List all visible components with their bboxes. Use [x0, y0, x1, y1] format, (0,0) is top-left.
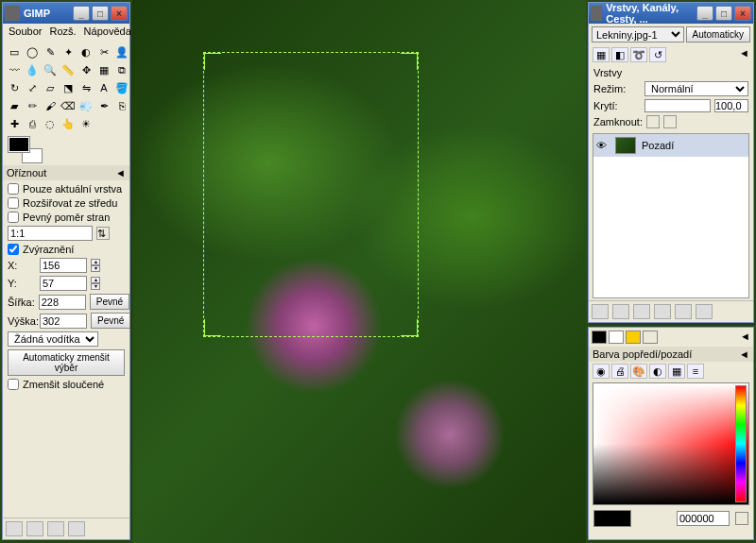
paths-tool-icon[interactable]: 〰 — [6, 61, 23, 78]
mode-select[interactable]: Normální — [644, 81, 748, 96]
blur-tool-icon[interactable]: ◌ — [42, 115, 59, 132]
perspective-clone-tool-icon[interactable]: ⎙ — [24, 115, 41, 132]
clone-tool-icon[interactable]: ⎘ — [113, 97, 130, 114]
undo-tab-icon[interactable]: ↺ — [649, 47, 666, 62]
y-spinner[interactable]: ▴▾ — [91, 277, 100, 290]
menu-help[interactable]: Nápověda — [84, 25, 131, 39]
color-select-tool-icon[interactable]: ◐ — [77, 43, 94, 60]
rect-select-tool-icon[interactable]: ▭ — [6, 43, 23, 60]
smudge-tool-icon[interactable]: 👆 — [60, 115, 77, 132]
fg-select-tool-icon[interactable]: 👤 — [113, 43, 130, 60]
fg-tab-icon[interactable] — [592, 331, 607, 344]
cmyk-icon[interactable]: 🖨 — [611, 364, 628, 379]
options-save-icon[interactable] — [6, 521, 23, 536]
x-input[interactable] — [40, 258, 87, 273]
y-input[interactable] — [40, 276, 87, 291]
dock-menu-icon[interactable]: ◄ — [739, 47, 749, 62]
crop-handle-bl[interactable] — [204, 319, 221, 336]
palette-icon[interactable]: ▦ — [668, 364, 685, 379]
rotate-tool-icon[interactable]: ↻ — [6, 79, 23, 96]
dock-menu-icon[interactable]: ◄ — [740, 331, 750, 344]
width-fixed-button[interactable]: Pevné — [90, 294, 129, 310]
hex-input[interactable] — [677, 511, 730, 526]
toolbox-titlebar[interactable]: GIMP _ □ × — [3, 3, 129, 24]
height-input[interactable] — [40, 314, 87, 329]
crop-handle-tr[interactable] — [401, 53, 418, 70]
only-layer-checkbox[interactable]: Pouze aktuální vrstva — [8, 183, 125, 195]
lock-pixels-icon[interactable] — [646, 115, 660, 128]
zoom-tool-icon[interactable]: 🔍 — [42, 61, 59, 78]
ratio-input[interactable] — [8, 226, 93, 241]
wheel-icon[interactable]: ◐ — [649, 364, 666, 379]
airbrush-tool-icon[interactable]: 💨 — [77, 97, 94, 114]
maximize-button[interactable]: □ — [92, 6, 109, 21]
fg-swatch[interactable] — [9, 137, 29, 152]
image-canvas[interactable] — [132, 0, 586, 543]
current-color-swatch[interactable] — [593, 510, 631, 527]
fuzzy-select-tool-icon[interactable]: ✦ — [60, 43, 77, 60]
lock-alpha-icon[interactable] — [663, 115, 677, 128]
shrink-merged-checkbox[interactable]: Zmenšit sloučené — [8, 379, 125, 390]
layers-titlebar[interactable]: Vrstvy, Kanály, Cesty, ... _ □ × — [589, 3, 753, 24]
scales-icon[interactable]: ≡ — [687, 364, 704, 379]
x-spinner[interactable]: ▴▾ — [91, 259, 100, 272]
brush-tab-icon[interactable] — [626, 331, 641, 344]
auto-shrink-button[interactable]: Automaticky zmenšit výběr — [8, 349, 125, 376]
paintbrush-tool-icon[interactable]: 🖌 — [42, 97, 59, 114]
perspective-tool-icon[interactable]: ⬔ — [60, 79, 77, 96]
layers-tab-icon[interactable]: ▦ — [593, 47, 610, 62]
opacity-input[interactable] — [714, 99, 748, 112]
minimize-button[interactable]: _ — [696, 6, 713, 21]
width-input[interactable] — [39, 295, 86, 310]
collapse-icon[interactable]: ◄ — [115, 167, 126, 178]
menu-ext[interactable]: Rozš. — [49, 25, 76, 39]
watercolor-icon[interactable]: 🎨 — [630, 364, 647, 379]
expand-center-checkbox[interactable]: Rozšiřovat ze středu — [8, 197, 125, 209]
dodge-tool-icon[interactable]: ☀ — [77, 115, 94, 132]
options-reset-icon[interactable] — [68, 521, 85, 536]
scissors-tool-icon[interactable]: ✂ — [95, 43, 112, 60]
bucket-fill-tool-icon[interactable]: 🪣 — [113, 79, 130, 96]
ratio-swap-icon[interactable]: ⇅ — [96, 227, 110, 240]
new-layer-icon[interactable] — [592, 304, 609, 319]
fixed-ratio-checkbox[interactable]: Pevný poměr stran — [8, 212, 125, 223]
menu-file[interactable]: Soubor — [9, 25, 42, 39]
image-select[interactable]: Lekniny.jpg-1 — [592, 26, 684, 42]
bg-tab-icon[interactable] — [609, 331, 624, 344]
duplicate-layer-icon[interactable] — [654, 304, 671, 319]
move-tool-icon[interactable]: ✥ — [77, 61, 94, 78]
ink-tool-icon[interactable]: ✒ — [95, 97, 112, 114]
channels-tab-icon[interactable]: ◧ — [611, 47, 628, 62]
fg-bg-color[interactable] — [9, 137, 43, 163]
visibility-eye-icon[interactable]: 👁 — [596, 140, 610, 151]
gimp-picker-icon[interactable]: ◉ — [593, 364, 610, 379]
crop-selection[interactable] — [203, 52, 419, 337]
flip-tool-icon[interactable]: ⇋ — [77, 79, 94, 96]
close-button[interactable]: × — [111, 6, 128, 21]
heal-tool-icon[interactable]: ✚ — [6, 115, 23, 132]
text-tool-icon[interactable]: A — [95, 79, 112, 96]
height-fixed-button[interactable]: Pevné — [91, 313, 130, 329]
blend-tool-icon[interactable]: ▰ — [6, 97, 23, 114]
layer-list[interactable]: 👁 Pozadí — [593, 133, 749, 298]
opacity-slider[interactable] — [644, 99, 711, 112]
hue-slider[interactable] — [735, 385, 747, 502]
layer-item[interactable]: 👁 Pozadí — [593, 134, 748, 157]
crop-handle-br[interactable] — [401, 319, 418, 336]
minimize-button[interactable]: _ — [73, 6, 90, 21]
auto-button[interactable]: Automaticky — [686, 26, 750, 42]
crop-tool-icon[interactable]: ⧉ — [113, 61, 130, 78]
anchor-layer-icon[interactable] — [675, 304, 692, 319]
lower-layer-icon[interactable] — [633, 304, 650, 319]
close-button[interactable]: × — [734, 6, 751, 21]
free-select-tool-icon[interactable]: ✎ — [42, 43, 59, 60]
eraser-tool-icon[interactable]: ⌫ — [60, 97, 77, 114]
eyedropper-icon[interactable] — [735, 512, 748, 525]
collapse-icon[interactable]: ◄ — [739, 348, 749, 360]
color-picker-area[interactable] — [593, 382, 749, 505]
paths-tab-icon[interactable]: ➰ — [630, 47, 647, 62]
align-tool-icon[interactable]: ▦ — [95, 61, 112, 78]
delete-layer-icon[interactable] — [696, 304, 713, 319]
raise-layer-icon[interactable] — [612, 304, 629, 319]
color-picker-tool-icon[interactable]: 💧 — [24, 61, 41, 78]
